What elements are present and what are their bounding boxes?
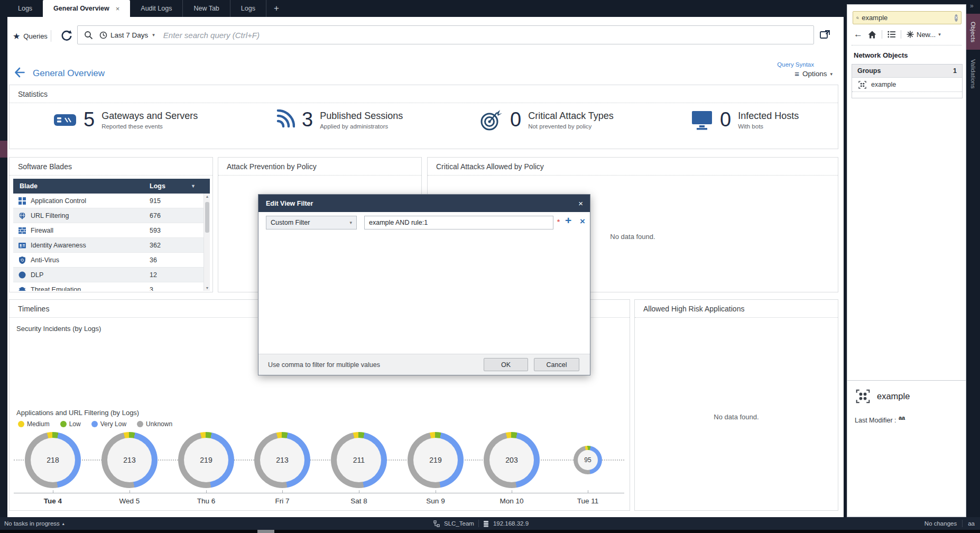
group-icon [856, 389, 870, 406]
search-query-field[interactable]: Last 7 Days ▾ [77, 25, 814, 44]
objects-search-field[interactable]: × [853, 11, 961, 24]
groups-header[interactable]: Groups 1 [852, 65, 962, 78]
legend-item: Low [60, 420, 81, 428]
donut-chart[interactable]: 219 [178, 432, 234, 488]
blades-table: Blade Logs ▼ Application Control 915 URL… [13, 179, 210, 291]
remove-filter-icon[interactable]: × [580, 216, 585, 227]
server-ip: 192.168.32.9 [493, 520, 529, 527]
new-object-button[interactable]: New... ▾ [907, 31, 941, 39]
divider [852, 45, 961, 45]
open-in-window-button[interactable] [819, 29, 832, 41]
threat-emulation-icon [19, 286, 26, 291]
stat-value: 0 [720, 108, 731, 131]
objects-search-input[interactable] [862, 14, 955, 22]
stat-label: Published Sessions [320, 111, 403, 122]
groups-list: Groups 1 example [852, 64, 963, 98]
close-tab-icon[interactable]: × [116, 5, 120, 13]
refresh-button[interactable] [60, 30, 73, 42]
table-row[interactable]: Threat Emulation 3 [13, 282, 210, 291]
divider [962, 520, 963, 527]
donut-chart[interactable]: 213 [101, 432, 158, 488]
new-button-label: New... [917, 31, 936, 39]
user-name[interactable]: aa [968, 520, 975, 527]
panel-title: Critical Attacks Allowed by Policy [428, 158, 838, 176]
donut-chart[interactable]: 219 [408, 432, 464, 488]
tab-audit-logs[interactable]: Audit Logs [130, 0, 182, 17]
sort-down-icon[interactable]: ▼ [191, 179, 196, 194]
donut-chart[interactable]: 218 [25, 432, 81, 488]
scrollbar-thumb[interactable] [205, 202, 209, 233]
legend-medium-dot [18, 421, 24, 427]
table-row[interactable]: Firewall 593 [13, 223, 210, 238]
cancel-button[interactable]: Cancel [534, 358, 579, 371]
tab-general-overview[interactable]: General Overview × [43, 0, 130, 17]
tab-new-tab[interactable]: New Tab [182, 0, 229, 17]
table-scrollbar[interactable]: ▲ ▼ [204, 194, 210, 291]
time-range-dropdown[interactable]: Last 7 Days ▾ [99, 31, 155, 39]
table-row[interactable]: Identity Awareness 362 [13, 238, 210, 253]
column-logs[interactable]: Logs [150, 179, 165, 194]
tab-validations[interactable]: Validations [966, 52, 980, 96]
tab-objects[interactable]: Objects [966, 14, 980, 50]
groups-header-label: Groups [857, 67, 881, 75]
scroll-up-icon[interactable]: ▲ [204, 195, 210, 198]
dialog-titlebar[interactable]: Edit View Filter × [258, 195, 590, 212]
page-title: General Overview [33, 68, 105, 79]
close-icon[interactable]: × [571, 199, 590, 208]
tab-logs-2[interactable]: Logs [230, 0, 266, 17]
donut-chart[interactable]: 213 [254, 432, 310, 488]
query-syntax-link[interactable]: Query Syntax [729, 61, 814, 68]
tab-logs-1[interactable]: Logs [7, 0, 43, 17]
time-range-value: Last 7 Days [110, 31, 148, 39]
chevron-down-icon: ▾ [152, 32, 155, 38]
axis-tick [206, 490, 207, 493]
taskbar-edge [0, 530, 980, 533]
back-button[interactable] [14, 67, 26, 79]
left-edge-strip [0, 17, 7, 517]
tasks-status[interactable]: No tasks in progress ▴ [4, 517, 64, 530]
stat-value: 5 [84, 108, 95, 131]
table-row[interactable]: Anti-Virus 36 [13, 253, 210, 268]
filter-type-dropdown[interactable]: Custom Filter ▾ [266, 216, 357, 229]
taskbar-item [257, 530, 274, 533]
donut-chart[interactable]: 203 [484, 432, 540, 488]
axis-day-label: Fri 7 [261, 497, 303, 505]
group-item-label: example [871, 81, 896, 88]
column-blade[interactable]: Blade [13, 182, 38, 190]
table-row[interactable]: URL Filtering 676 [13, 208, 210, 223]
star-icon: ★ [13, 31, 20, 41]
donut-chart[interactable]: 95 [574, 446, 602, 474]
table-header[interactable]: Blade Logs ▼ [13, 179, 210, 194]
list-view-icon[interactable] [887, 31, 895, 38]
ok-button[interactable]: OK [484, 358, 528, 371]
changes-label[interactable]: No changes [924, 520, 957, 527]
last-modifier-value[interactable]: aa [899, 415, 905, 421]
axis-tick [359, 490, 359, 493]
add-filter-icon[interactable]: + [565, 214, 571, 227]
blade-name: Anti-Virus [31, 256, 59, 264]
clear-search-icon[interactable]: × [955, 14, 958, 22]
group-icon [858, 81, 866, 89]
objects-sidebar: × ← New... ▾ Network Objects Groups 1 [847, 4, 966, 517]
status-bar: No tasks in progress ▴ SLC_Team 192.168.… [0, 517, 980, 530]
search-icon [84, 31, 93, 40]
firewall-icon [19, 227, 26, 234]
queries-button[interactable]: ★ Queries [13, 26, 51, 45]
donut-chart[interactable]: 211 [331, 432, 387, 488]
stat-label: Gateways and Servers [101, 111, 198, 122]
collapse-panel-icon[interactable]: » [970, 2, 974, 10]
search-input[interactable] [163, 31, 813, 40]
new-tab-button[interactable]: + [266, 0, 286, 17]
back-icon[interactable]: ← [854, 29, 863, 40]
axis-tick [282, 490, 283, 493]
filter-value-input[interactable] [364, 216, 553, 229]
home-icon[interactable] [868, 31, 876, 39]
axis-tick [53, 490, 53, 493]
table-row[interactable]: Application Control 915 [13, 194, 210, 208]
table-row[interactable]: DLP 12 [13, 268, 210, 282]
scroll-down-icon[interactable]: ▼ [204, 286, 210, 290]
dialog-footer: Use comma to filter for multiple values … [258, 354, 590, 375]
group-list-item[interactable]: example [852, 78, 962, 91]
options-button[interactable]: ≡ Options ▾ [794, 69, 833, 78]
legend-label: Unknown [146, 420, 172, 428]
